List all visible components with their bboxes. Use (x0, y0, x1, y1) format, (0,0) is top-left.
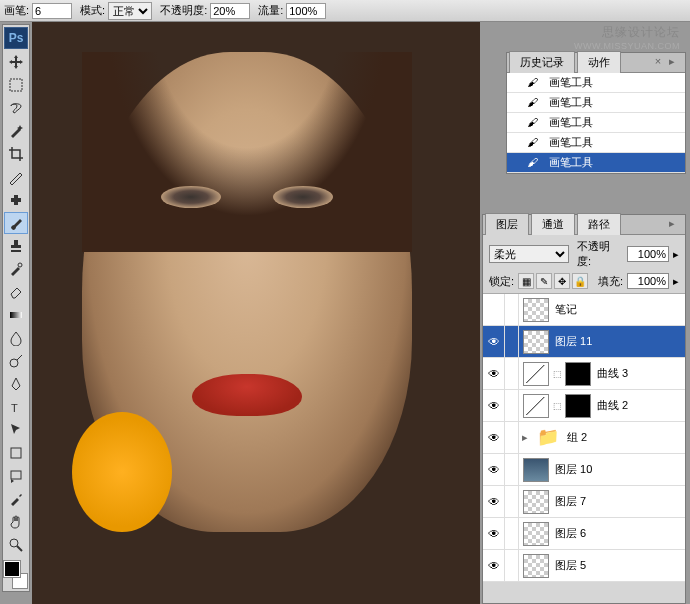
brush-size-label: 画笔: (4, 3, 29, 18)
layer-opacity-input[interactable] (627, 246, 669, 262)
layer-row[interactable]: 👁图层 10 (483, 454, 685, 486)
link-column[interactable] (505, 294, 519, 325)
layer-name[interactable]: 图层 10 (553, 462, 685, 477)
svg-rect-0 (10, 79, 22, 91)
layer-row[interactable]: 👁图层 7 (483, 486, 685, 518)
dodge-tool[interactable] (4, 350, 28, 372)
visibility-toggle[interactable]: 👁 (483, 486, 505, 517)
brush-size-input[interactable] (32, 3, 72, 19)
layer-name[interactable]: 图层 7 (553, 494, 685, 509)
layer-name[interactable]: 笔记 (553, 302, 685, 317)
lock-transparency-icon[interactable]: ▦ (518, 273, 534, 289)
lock-position-icon[interactable]: ✥ (554, 273, 570, 289)
panel-menu-icon[interactable]: ▸ (669, 55, 683, 69)
blur-tool[interactable] (4, 327, 28, 349)
layer-thumb[interactable] (523, 554, 549, 578)
link-column[interactable] (505, 326, 519, 357)
opacity-input[interactable] (210, 3, 250, 19)
history-brush-tool[interactable] (4, 258, 28, 280)
dropdown-icon[interactable]: ▸ (673, 275, 679, 288)
layer-name[interactable]: 图层 5 (553, 558, 685, 573)
color-swatches[interactable] (4, 561, 28, 589)
layer-name[interactable]: 图层 6 (553, 526, 685, 541)
marquee-tool[interactable] (4, 74, 28, 96)
path-select-tool[interactable] (4, 419, 28, 441)
layer-thumb[interactable] (523, 522, 549, 546)
layer-row[interactable]: 👁图层 5 (483, 550, 685, 582)
link-column[interactable] (505, 358, 519, 389)
tab-layers[interactable]: 图层 (485, 213, 529, 235)
history-item[interactable]: 画笔工具 (507, 113, 685, 133)
layer-name[interactable]: 曲线 2 (595, 398, 685, 413)
layer-row[interactable]: 👁图层 6 (483, 518, 685, 550)
layer-name[interactable]: 曲线 3 (595, 366, 685, 381)
visibility-toggle[interactable]: 👁 (483, 518, 505, 549)
panel-menu-icon[interactable]: ▸ (669, 217, 683, 231)
eraser-tool[interactable] (4, 281, 28, 303)
link-column[interactable] (505, 550, 519, 581)
blend-mode-select[interactable]: 柔光 (489, 245, 569, 263)
tab-channels[interactable]: 通道 (531, 213, 575, 235)
layer-thumb[interactable] (523, 330, 549, 354)
adjustment-thumb[interactable] (523, 394, 549, 418)
shape-tool[interactable] (4, 442, 28, 464)
link-column[interactable] (505, 390, 519, 421)
lock-all-icon[interactable]: 🔒 (572, 273, 588, 289)
lasso-tool[interactable] (4, 97, 28, 119)
history-item[interactable]: 画笔工具 (507, 73, 685, 93)
foreground-swatch[interactable] (4, 561, 20, 577)
layer-name[interactable]: 图层 11 (553, 334, 685, 349)
link-column[interactable] (505, 518, 519, 549)
mask-thumb[interactable] (565, 362, 591, 386)
dropdown-icon[interactable]: ▸ (673, 248, 679, 261)
document-canvas[interactable] (32, 22, 480, 604)
lock-pixels-icon[interactable]: ✎ (536, 273, 552, 289)
layer-row[interactable]: 笔记 (483, 294, 685, 326)
pen-tool[interactable] (4, 373, 28, 395)
stamp-tool[interactable] (4, 235, 28, 257)
visibility-toggle[interactable]: 👁 (483, 422, 505, 453)
layer-thumb[interactable] (523, 298, 549, 322)
tab-actions[interactable]: 动作 (577, 51, 621, 73)
flow-input[interactable] (286, 3, 326, 19)
layer-thumb[interactable] (523, 490, 549, 514)
move-tool[interactable] (4, 51, 28, 73)
type-tool[interactable]: T (4, 396, 28, 418)
layer-name[interactable]: 组 2 (565, 430, 685, 445)
panel-close-icon[interactable]: × (651, 55, 665, 69)
link-column[interactable] (505, 422, 519, 453)
history-item[interactable]: 画笔工具 (507, 133, 685, 153)
mask-thumb[interactable] (565, 394, 591, 418)
layer-row[interactable]: 👁⬚曲线 3 (483, 358, 685, 390)
tab-paths[interactable]: 路径 (577, 213, 621, 235)
link-column[interactable] (505, 486, 519, 517)
slice-tool[interactable] (4, 166, 28, 188)
history-item[interactable]: 画笔工具 (507, 93, 685, 113)
history-item[interactable]: 画笔工具 (507, 153, 685, 173)
visibility-toggle[interactable]: 👁 (483, 454, 505, 485)
wand-tool[interactable] (4, 120, 28, 142)
fill-input[interactable] (627, 273, 669, 289)
eyedropper-tool[interactable] (4, 488, 28, 510)
layer-row[interactable]: 👁图层 11 (483, 326, 685, 358)
healing-tool[interactable] (4, 189, 28, 211)
brush-tool[interactable] (4, 212, 28, 234)
visibility-toggle[interactable]: 👁 (483, 326, 505, 357)
tab-history[interactable]: 历史记录 (509, 51, 575, 73)
layer-group-row[interactable]: 👁▸组 2 (483, 422, 685, 454)
layer-row[interactable]: 👁⬚曲线 2 (483, 390, 685, 422)
zoom-tool[interactable] (4, 534, 28, 556)
crop-tool[interactable] (4, 143, 28, 165)
visibility-toggle[interactable]: 👁 (483, 550, 505, 581)
notes-tool[interactable] (4, 465, 28, 487)
link-column[interactable] (505, 454, 519, 485)
visibility-toggle[interactable]: 👁 (483, 390, 505, 421)
visibility-toggle[interactable] (483, 294, 505, 325)
layer-thumb[interactable] (523, 458, 549, 482)
blend-mode-select[interactable]: 正常 (108, 2, 152, 20)
expand-icon[interactable]: ▸ (519, 431, 531, 444)
gradient-tool[interactable] (4, 304, 28, 326)
visibility-toggle[interactable]: 👁 (483, 358, 505, 389)
adjustment-thumb[interactable] (523, 362, 549, 386)
hand-tool[interactable] (4, 511, 28, 533)
